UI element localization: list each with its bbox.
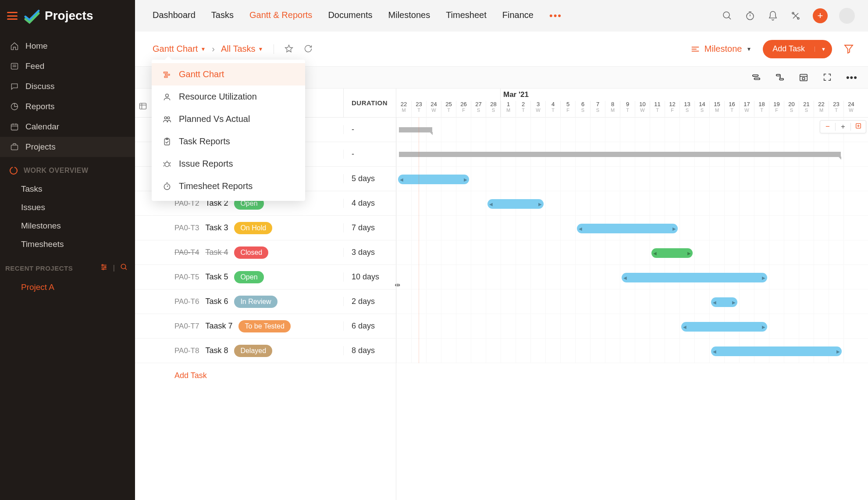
recent-project-a[interactable]: Project A xyxy=(0,278,135,296)
bar-start-handle[interactable]: ◀ xyxy=(683,325,687,329)
scope-selector[interactable]: All Tasks▼ xyxy=(221,44,263,54)
dropdown-planned-actual[interactable]: Planned Vs Actual xyxy=(152,108,305,130)
chart-body[interactable]: ◀▶◀▶◀▶◀▶◀▶◀▶◀▶◀▶−+ xyxy=(396,118,868,363)
task-name: Task 6 xyxy=(205,297,228,306)
refresh-icon[interactable] xyxy=(304,44,313,54)
dropdown-issue-reports[interactable]: Issue Reports xyxy=(152,153,305,175)
tab-milestones[interactable]: Milestones xyxy=(388,10,430,21)
dropdown-timesheet-reports[interactable]: Timesheet Reports xyxy=(152,175,305,197)
tab-gantt-reports[interactable]: Gantt & Reports xyxy=(249,10,312,21)
nav-calendar[interactable]: Calendar xyxy=(0,117,135,137)
dropdown-gantt-chart[interactable]: Gantt Chart xyxy=(152,63,305,86)
star-icon[interactable] xyxy=(285,44,294,54)
bell-icon[interactable] xyxy=(767,10,779,21)
tab-finance[interactable]: Finance xyxy=(502,10,534,21)
nav-reports[interactable]: Reports xyxy=(0,96,135,117)
chart-task-row: ◀▶ xyxy=(396,339,868,363)
bar-start-handle[interactable]: ◀ xyxy=(713,349,716,354)
today-icon[interactable] xyxy=(799,72,809,83)
work-issues[interactable]: Issues xyxy=(0,198,135,217)
user-icon xyxy=(162,92,172,102)
add-task-inline[interactable]: Add Task xyxy=(135,363,396,388)
gantt-bar[interactable]: ◀▶ xyxy=(711,297,737,307)
add-task-button[interactable]: Add Task ▼ xyxy=(763,40,832,58)
gantt-bar[interactable]: ◀▶ xyxy=(398,175,469,184)
gantt-bar[interactable]: ◀▶ xyxy=(711,346,842,356)
gantt-bar[interactable]: ◀▶ xyxy=(577,224,678,233)
day-column: 21S xyxy=(799,101,814,118)
bar-end-handle[interactable]: ▶ xyxy=(538,202,542,207)
bar-end-handle[interactable]: ▶ xyxy=(762,325,765,329)
baseline-icon[interactable] xyxy=(751,72,762,83)
tab-tasks[interactable]: Tasks xyxy=(211,10,234,21)
day-column: 3W xyxy=(530,101,545,118)
bar-start-handle[interactable]: ◀ xyxy=(400,177,403,182)
chart-pane: Mar '21 22M23T24W25T26F27S28S1M2T3W4T5F6… xyxy=(396,89,868,500)
sliders-icon[interactable] xyxy=(100,263,108,273)
task-name: Task 8 xyxy=(205,346,228,355)
main-content: Dashboard Tasks Gantt & Reports Document… xyxy=(135,0,868,500)
tab-dashboard[interactable]: Dashboard xyxy=(153,10,196,21)
work-tasks[interactable]: Tasks xyxy=(0,180,135,198)
task-row[interactable]: PA0-T6 Task 6 In Review 2 days xyxy=(135,289,396,314)
task-row[interactable]: PA0-T7 Taask 7 To be Tested 6 days xyxy=(135,314,396,339)
gantt-bar[interactable]: ◀▶ xyxy=(622,273,767,282)
gantt-bar[interactable]: ◀▶ xyxy=(651,248,693,258)
search-icon[interactable] xyxy=(120,263,128,273)
user-avatar[interactable] xyxy=(839,8,855,24)
zoom-out[interactable]: − xyxy=(820,122,835,131)
fullscreen-icon[interactable] xyxy=(822,72,833,83)
work-timesheets[interactable]: Timesheets xyxy=(0,235,135,254)
task-row[interactable]: PA0-T5 Task 5 Open 10 days xyxy=(135,265,396,289)
summary-bar[interactable] xyxy=(399,127,432,132)
zoom-fit[interactable] xyxy=(851,122,866,132)
task-id: PA0-T5 xyxy=(174,273,199,282)
bar-start-handle[interactable]: ◀ xyxy=(579,226,582,231)
nav-discuss[interactable]: Discuss xyxy=(0,76,135,96)
tab-timesheet[interactable]: Timesheet xyxy=(446,10,487,21)
work-overview-header[interactable]: WORK OVERVIEW xyxy=(0,161,135,180)
nav-feed[interactable]: Feed xyxy=(0,56,135,76)
work-milestones[interactable]: Milestones xyxy=(0,217,135,235)
gantt-bar[interactable]: ◀▶ xyxy=(487,199,544,209)
bar-end-handle[interactable]: ▶ xyxy=(464,177,467,182)
gantt-bar[interactable]: ◀▶ xyxy=(681,322,767,332)
dependency-icon[interactable] xyxy=(775,72,786,83)
svg-point-15 xyxy=(121,264,126,269)
task-row[interactable]: PA0-T3 Task 3 On Hold 7 days xyxy=(135,216,396,240)
tab-documents[interactable]: Documents xyxy=(328,10,372,21)
more-options[interactable]: ••• xyxy=(846,72,857,83)
zoom-in[interactable]: + xyxy=(836,122,850,131)
calendar-icon xyxy=(10,122,19,132)
global-add-button[interactable]: + xyxy=(813,8,828,23)
bar-end-handle[interactable]: ▶ xyxy=(732,300,736,305)
bar-start-handle[interactable]: ◀ xyxy=(623,275,627,280)
bar-start-handle[interactable]: ◀ xyxy=(713,300,716,305)
hamburger-menu[interactable] xyxy=(7,12,18,20)
stopwatch-icon xyxy=(162,182,172,191)
bar-start-handle[interactable]: ◀ xyxy=(653,251,657,256)
today-indicator xyxy=(419,118,419,363)
tab-more[interactable]: ••• xyxy=(549,10,562,21)
task-row[interactable]: PA0-T8 Task 8 Delayed 8 days xyxy=(135,339,396,363)
nav-projects[interactable]: Projects xyxy=(0,137,135,157)
view-selector[interactable]: Gantt Chart▼ xyxy=(153,44,206,54)
bar-end-handle[interactable]: ▶ xyxy=(687,251,691,256)
summary-bar[interactable] xyxy=(399,152,841,157)
task-row[interactable]: PA0-T4 Task 4 Closed 3 days xyxy=(135,240,396,265)
filter-icon[interactable] xyxy=(843,43,855,55)
bar-end-handle[interactable]: ▶ xyxy=(762,275,765,280)
search-icon[interactable] xyxy=(722,10,733,21)
add-task-dropdown[interactable]: ▼ xyxy=(815,46,832,52)
bar-end-handle[interactable]: ▶ xyxy=(672,226,676,231)
dropdown-task-reports[interactable]: Task Reports xyxy=(152,130,305,153)
tools-icon[interactable] xyxy=(790,10,801,21)
dropdown-resource-util[interactable]: Resource Utilization xyxy=(152,86,305,108)
nav-home[interactable]: Home xyxy=(0,36,135,56)
bar-start-handle[interactable]: ◀ xyxy=(489,202,493,207)
milestone-toggle[interactable]: Milestone ▼ xyxy=(690,44,752,54)
column-picker-icon[interactable] xyxy=(139,102,149,112)
bar-end-handle[interactable]: ▶ xyxy=(836,349,840,354)
nav-label: Reports xyxy=(25,102,55,111)
timer-icon[interactable] xyxy=(744,10,756,21)
